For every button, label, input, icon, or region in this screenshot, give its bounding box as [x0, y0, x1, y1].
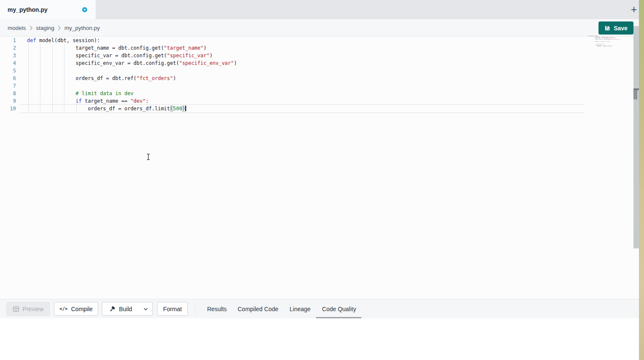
breadcrumb-item-filename: my_python.py	[64, 25, 100, 31]
line-number: 2	[0, 44, 16, 52]
code-editor[interactable]: 1def model(dbt, session):2 target_name =…	[0, 37, 644, 299]
code-line[interactable]: 2 target_name = dbt.config.get("target_n…	[0, 44, 237, 52]
tab-my-python-py[interactable]: my_python.py	[0, 0, 96, 19]
editor-tab-bar: my_python.py +	[0, 0, 644, 19]
line-number: 1	[0, 37, 16, 44]
ide-window: my_python.py + models staging my_python.…	[0, 0, 644, 360]
code-line[interactable]: 1def model(dbt, session):	[0, 37, 237, 44]
code-line[interactable]: 5	[0, 67, 237, 75]
line-number: 4	[0, 59, 16, 67]
preview-button-label: Preview	[23, 306, 44, 312]
tab-lineage[interactable]: Lineage	[284, 299, 316, 318]
breadcrumb-bar: models staging my_python.py	[0, 19, 644, 37]
tab-code-quality[interactable]: Code Quality	[318, 299, 360, 318]
breadcrumb: models staging my_python.py	[8, 19, 100, 37]
build-dropdown-button[interactable]	[139, 302, 153, 316]
line-number: 9	[0, 97, 16, 105]
desktop-wallpaper-edge	[639, 0, 644, 360]
editor-caret	[185, 106, 186, 111]
code-line[interactable]: 7	[0, 82, 237, 90]
chevron-down-icon	[143, 306, 149, 312]
chevron-right-icon	[58, 25, 61, 31]
line-number: 8	[0, 90, 16, 97]
preview-button[interactable]: Preview	[6, 302, 50, 316]
format-button-label: Format	[163, 306, 182, 312]
code-line[interactable]: 6 orders_df = dbt.ref("fct_orders")	[0, 75, 237, 82]
save-button-label: Save	[614, 25, 628, 32]
minimap-content: def model(dbt, session): target_name = d…	[588, 35, 595, 47]
hammer-icon	[109, 306, 115, 312]
code-line[interactable]: 9 if target_name == "dev":	[0, 97, 237, 105]
breadcrumb-item-models: models	[8, 25, 26, 31]
line-number: 7	[0, 82, 16, 90]
unsaved-changes-dot-icon	[82, 7, 87, 12]
toolbar-divider	[195, 302, 195, 316]
line-number: 5	[0, 67, 16, 75]
minimap[interactable]: def model(dbt, session): target_name = d…	[588, 35, 634, 54]
format-button[interactable]: Format	[157, 302, 188, 316]
save-icon	[604, 25, 610, 31]
tab-compiled-code[interactable]: Compiled Code	[234, 299, 282, 318]
code-icon: </>	[59, 306, 68, 312]
code-line[interactable]: 3 specific_var = dbt.config.get("specifi…	[0, 52, 237, 59]
breadcrumb-item-staging: staging	[36, 25, 55, 31]
compile-button-label: Compile	[71, 306, 93, 312]
save-button[interactable]: Save	[599, 21, 633, 35]
line-number: 10	[0, 105, 16, 112]
line-number: 3	[0, 52, 16, 59]
code-line[interactable]: 4 specific_env_var = dbt.config.get("spe…	[0, 59, 237, 67]
text-cursor-icon	[146, 153, 151, 162]
tab-results[interactable]: Results	[202, 299, 232, 318]
vertical-scrollbar-track[interactable]	[633, 26, 639, 248]
build-button[interactable]: Build	[102, 302, 139, 316]
line-number: 6	[0, 75, 16, 82]
code-line[interactable]: 8 # limit data in dev	[0, 90, 237, 97]
build-button-label: Build	[119, 306, 132, 312]
vertical-scrollbar-handle[interactable]	[633, 90, 637, 99]
code-quality-panel	[0, 318, 644, 360]
compile-button[interactable]: </> Compile	[54, 302, 98, 316]
bottom-toolbar: Preview </> Compile Build Form	[0, 299, 644, 318]
code-line[interactable]: 10 orders_df = orders_df.limit(500)	[0, 105, 237, 112]
chevron-right-icon	[29, 25, 33, 31]
new-tab-button[interactable]: +	[628, 3, 639, 15]
code-lines: 1def model(dbt, session):2 target_name =…	[0, 37, 237, 112]
preview-table-icon	[13, 306, 19, 312]
tab-filename-label: my_python.py	[8, 6, 48, 13]
